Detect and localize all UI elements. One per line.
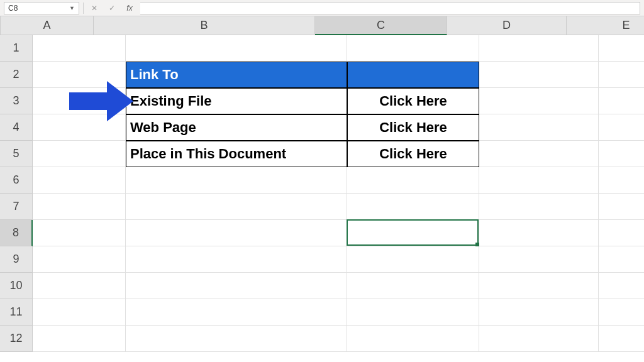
table-cell[interactable]: Link To: [126, 62, 347, 88]
cell-B10[interactable]: [126, 273, 347, 299]
cell-E10[interactable]: [599, 273, 644, 299]
cancel-icon: ✕: [87, 2, 101, 14]
cell-A4[interactable]: [33, 114, 126, 141]
row-header-3[interactable]: 3: [0, 88, 33, 114]
row-header-8[interactable]: 8: [0, 220, 33, 246]
cell-C10[interactable]: [347, 273, 479, 299]
cell-A10[interactable]: [33, 273, 126, 299]
row-header-11[interactable]: 11: [0, 299, 33, 326]
cell-C8[interactable]: [347, 220, 479, 246]
cell-A1[interactable]: [33, 35, 126, 62]
cell-D6[interactable]: [479, 167, 599, 194]
cell-C12[interactable]: [347, 326, 479, 352]
cell-D7[interactable]: [479, 194, 599, 220]
cell-C9[interactable]: [347, 246, 479, 273]
column-header-d[interactable]: D: [447, 16, 567, 35]
fx-icon[interactable]: fx: [123, 2, 136, 14]
select-all-corner[interactable]: [0, 16, 1, 35]
cell-D5[interactable]: [479, 141, 599, 167]
cell-D8[interactable]: [479, 220, 599, 246]
cell-E6[interactable]: [599, 167, 644, 194]
formula-input[interactable]: [140, 2, 640, 14]
formula-bar: C8 ▼ ✕ ✓ fx: [0, 0, 644, 16]
row-header-9[interactable]: 9: [0, 246, 33, 273]
cell-A6[interactable]: [33, 167, 126, 194]
cell-A5[interactable]: [33, 141, 126, 167]
cell-D2[interactable]: [479, 62, 599, 88]
cell-A2[interactable]: [33, 62, 126, 88]
chevron-down-icon[interactable]: ▼: [69, 5, 75, 11]
sheet-grid[interactable]: Link ToExisting FileClick HereWeb PageCl…: [33, 35, 644, 352]
cell-D1[interactable]: [479, 35, 599, 62]
column-header-e[interactable]: E: [567, 16, 644, 35]
name-box[interactable]: C8 ▼: [4, 2, 79, 14]
row-header-12[interactable]: 12: [0, 326, 33, 352]
row-header-4[interactable]: 4: [0, 114, 33, 141]
cell-B6[interactable]: [126, 167, 347, 194]
table-cell[interactable]: Existing File: [126, 88, 347, 114]
cell-E9[interactable]: [599, 246, 644, 273]
cell-E3[interactable]: [599, 88, 644, 114]
cell-D12[interactable]: [479, 326, 599, 352]
column-header-a[interactable]: A: [1, 16, 94, 35]
cell-A9[interactable]: [33, 246, 126, 273]
cell-D4[interactable]: [479, 114, 599, 141]
row-header-5[interactable]: 5: [0, 141, 33, 167]
cell-A8[interactable]: [33, 220, 126, 246]
cell-E2[interactable]: [599, 62, 644, 88]
cell-C1[interactable]: [347, 35, 479, 62]
table-cell[interactable]: Web Page: [126, 114, 347, 141]
cell-A11[interactable]: [33, 299, 126, 326]
cell-C7[interactable]: [347, 194, 479, 220]
cell-B7[interactable]: [126, 194, 347, 220]
row-header-6[interactable]: 6: [0, 167, 33, 194]
cell-E11[interactable]: [599, 299, 644, 326]
cell-B11[interactable]: [126, 299, 347, 326]
cell-D10[interactable]: [479, 273, 599, 299]
cell-A3[interactable]: [33, 88, 126, 114]
cell-E7[interactable]: [599, 194, 644, 220]
table-cell[interactable]: Place in This Document: [126, 141, 347, 167]
table-cell[interactable]: Click Here: [347, 88, 479, 114]
row-header-1[interactable]: 1: [0, 35, 33, 62]
cell-B9[interactable]: [126, 246, 347, 273]
row-header-7[interactable]: 7: [0, 194, 33, 220]
cell-A7[interactable]: [33, 194, 126, 220]
cell-E1[interactable]: [599, 35, 644, 62]
cell-E12[interactable]: [599, 326, 644, 352]
cell-C6[interactable]: [347, 167, 479, 194]
column-header-b[interactable]: B: [94, 16, 315, 35]
cell-A12[interactable]: [33, 326, 126, 352]
cell-B1[interactable]: [126, 35, 347, 62]
column-header-c[interactable]: C: [315, 16, 447, 35]
row-headers: 123456789101112: [0, 35, 33, 352]
check-icon: ✓: [105, 2, 119, 14]
separator: [83, 3, 84, 14]
cell-C11[interactable]: [347, 299, 479, 326]
cell-D3[interactable]: [479, 88, 599, 114]
table-cell[interactable]: Click Here: [347, 114, 479, 141]
name-box-value: C8: [8, 4, 18, 13]
cell-E4[interactable]: [599, 114, 644, 141]
table-cell[interactable]: Click Here: [347, 141, 479, 167]
cell-D9[interactable]: [479, 246, 599, 273]
cell-D11[interactable]: [479, 299, 599, 326]
cell-B12[interactable]: [126, 326, 347, 352]
cell-E5[interactable]: [599, 141, 644, 167]
column-headers: ABCDE: [1, 16, 644, 35]
cell-B8[interactable]: [126, 220, 347, 246]
cell-E8[interactable]: [599, 220, 644, 246]
row-header-10[interactable]: 10: [0, 273, 33, 299]
row-header-2[interactable]: 2: [0, 62, 33, 88]
table-cell[interactable]: [347, 62, 479, 88]
